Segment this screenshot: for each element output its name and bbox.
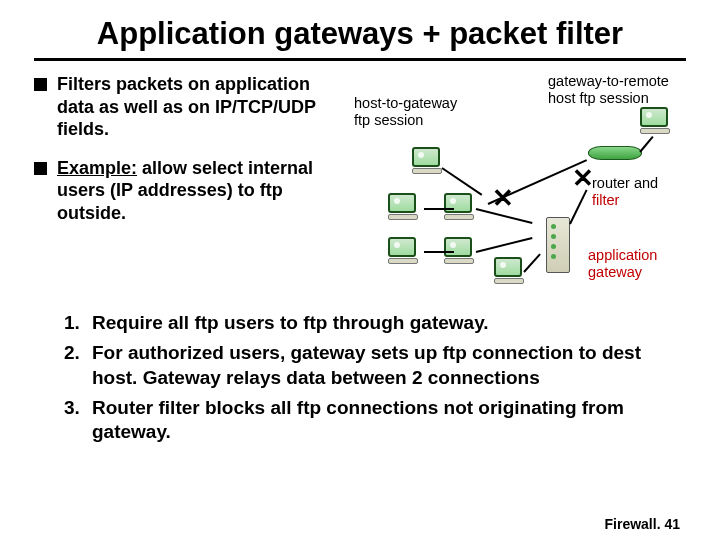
label-line: host-to-gateway bbox=[354, 95, 457, 112]
label-host-to-gateway: host-to-gateway ftp session bbox=[354, 95, 457, 128]
step-3: 3. Router filter blocks all ftp connecti… bbox=[64, 396, 680, 445]
label-line: gateway bbox=[588, 264, 657, 281]
label-line: application bbox=[588, 247, 657, 264]
label-line: ftp session bbox=[354, 112, 457, 129]
label-filter-word: filter bbox=[592, 192, 619, 208]
label-gateway-remote: gateway-to-remote host ftp session bbox=[548, 73, 669, 106]
link-line bbox=[569, 189, 587, 224]
router-icon bbox=[588, 139, 642, 167]
gateway-icon bbox=[546, 217, 570, 273]
label-router-filter: router and filter bbox=[592, 175, 686, 208]
slide-title: Application gateways + packet filter bbox=[34, 14, 686, 58]
host-icon bbox=[412, 147, 448, 177]
numbered-steps: 1. Require all ftp users to ftp through … bbox=[64, 311, 680, 445]
left-column: Filters packets on application data as w… bbox=[34, 73, 334, 293]
label-line: gateway-to-remote bbox=[548, 73, 669, 90]
bullet-2: Example: allow select internal users (IP… bbox=[34, 157, 334, 225]
step-1: 1. Require all ftp users to ftp through … bbox=[64, 311, 680, 335]
bullet-square-icon bbox=[34, 162, 47, 175]
step-2: 2. For authorized users, gateway sets up… bbox=[64, 341, 680, 390]
host-icon bbox=[388, 237, 424, 267]
step-text: Require all ftp users to ftp through gat… bbox=[92, 311, 489, 335]
blocked-x-icon: ✕ bbox=[572, 163, 594, 194]
network-diagram: host-to-gateway ftp session gateway-to-r… bbox=[348, 73, 686, 293]
bullet-1: Filters packets on application data as w… bbox=[34, 73, 334, 141]
slide-footer: Firewall. 41 bbox=[605, 516, 680, 532]
label-app-gateway: application gateway bbox=[588, 247, 657, 280]
step-number: 3. bbox=[64, 396, 86, 445]
bullet-1-text: Filters packets on application data as w… bbox=[57, 73, 334, 141]
step-number: 1. bbox=[64, 311, 86, 335]
title-rule bbox=[34, 58, 686, 61]
label-line: host ftp session bbox=[548, 90, 669, 107]
bullet-2-text: Example: allow select internal users (IP… bbox=[57, 157, 334, 225]
link-line bbox=[424, 251, 454, 253]
link-line bbox=[424, 208, 454, 210]
link-line bbox=[441, 167, 482, 195]
bullet-square-icon bbox=[34, 78, 47, 91]
host-icon bbox=[388, 193, 424, 223]
example-label: Example: bbox=[57, 158, 137, 178]
blocked-x-icon: ✕ bbox=[492, 183, 514, 214]
step-number: 2. bbox=[64, 341, 86, 390]
label-router-word: router and bbox=[592, 175, 658, 191]
remote-host-icon bbox=[640, 107, 676, 137]
step-text: For authorized users, gateway sets up ft… bbox=[92, 341, 680, 390]
link-line bbox=[476, 237, 533, 253]
step-text: Router filter blocks all ftp connections… bbox=[92, 396, 680, 445]
diagram-area: host-to-gateway ftp session gateway-to-r… bbox=[348, 73, 686, 293]
